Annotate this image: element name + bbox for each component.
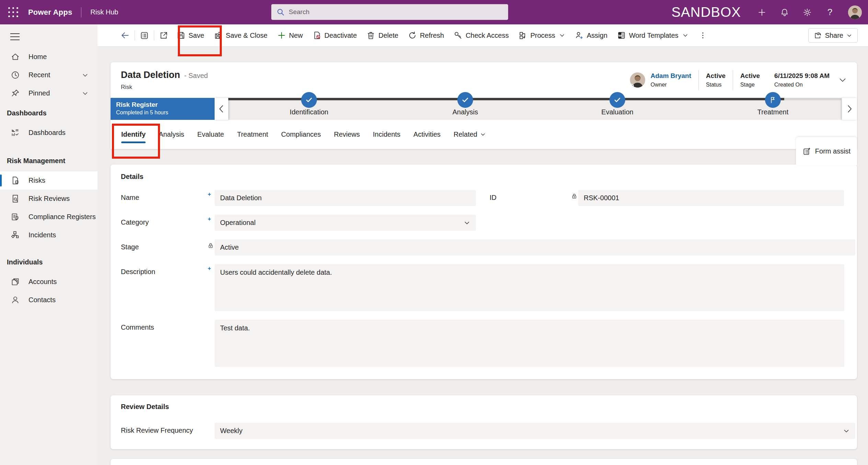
details-section-card: Details Name + Data Deletion ID RSK-0000… [111,165,857,379]
id-field-label: ID [490,190,571,202]
document-search-icon [11,194,20,203]
assign-button[interactable]: Assign [570,28,612,43]
record-title: Data Deletion [121,70,180,80]
refresh-button[interactable]: Refresh [403,28,449,43]
trash-icon [366,31,375,40]
chevron-down-icon [464,219,470,226]
sidebar-item-dashboards[interactable]: Dashboards [0,124,98,142]
save-and-close-button[interactable]: Save & Close [209,28,272,43]
chevron-down-icon[interactable] [82,72,89,79]
id-field-input[interactable]: RSK-00001 [578,190,844,206]
chevron-down-icon [682,32,688,38]
divider [135,30,135,41]
tab-incidents[interactable]: Incidents [366,120,407,149]
bpf-stage-label[interactable]: Identification [290,108,328,116]
tab-evaluate[interactable]: Evaluate [191,120,231,149]
tab-identify[interactable]: Identify [115,120,152,149]
tab-related[interactable]: Related [447,120,492,149]
bpf-next-chevron-right[interactable] [842,98,857,120]
main-region: Save Save & Close New Deactivate Delete [98,24,868,465]
sidebar-item-home[interactable]: Home [0,48,98,66]
sidebar-item-recent[interactable]: Recent [0,66,98,84]
status-value: Active [706,72,726,80]
deactivate-button[interactable]: Deactivate [308,28,362,43]
created-on-label: Created On [774,82,830,88]
check-access-button[interactable]: Check Access [449,28,514,43]
process-button[interactable]: Process [514,28,570,43]
tab-treatment[interactable]: Treatment [230,120,274,149]
settings-gear-icon[interactable] [803,8,812,17]
description-field-label: Description [121,264,208,276]
hamburger-menu-icon[interactable] [10,33,98,40]
svg-text:W: W [618,34,622,37]
new-button[interactable]: New [272,28,308,43]
sidebar-item-risks[interactable]: Risks [0,171,98,190]
description-field-textarea[interactable]: Users could accidentally delete data. [215,264,844,311]
clipboard-shield-icon [11,212,20,222]
delete-button[interactable]: Delete [362,28,403,43]
stage-field-input[interactable]: Active [215,239,855,256]
sidebar-item-compliance-registers[interactable]: Compliance Registers [0,208,98,226]
tab-activities[interactable]: Activities [407,120,447,149]
form-tabs: Identify Analysis Evaluate Treatment Com… [111,120,857,149]
bpf-active-stage-box[interactable]: Risk Register Completed in 5 hours [111,98,215,120]
bpf-stage-label[interactable]: Treatment [757,108,788,116]
share-button[interactable]: Share [808,28,858,43]
chevron-down-icon[interactable] [82,90,89,97]
open-in-new-window-button[interactable] [156,28,172,43]
tab-reviews[interactable]: Reviews [327,120,366,149]
business-process-flow: Risk Register Completed in 5 hours Ident… [111,98,857,120]
bpf-stage-label[interactable]: Analysis [453,108,478,116]
word-templates-button[interactable]: W Word Templates [612,28,693,43]
user-avatar[interactable] [848,5,862,19]
add-icon[interactable] [757,8,766,17]
comments-field-textarea[interactable]: Test data. [215,320,844,367]
form-assist-button[interactable]: Form assist [796,137,857,165]
search-input[interactable] [289,8,481,16]
save-status: - Saved [184,72,208,80]
stage-field-label: Stage [121,239,208,251]
key-icon [454,31,462,40]
bpf-stage-treatment[interactable] [765,92,781,108]
tab-compliances[interactable]: Compliances [275,120,328,149]
bpf-stage-evaluation[interactable] [609,92,625,108]
top-app-bar: Power Apps Risk Hub SANDBOX ? [0,0,868,24]
sidebar-item-risk-reviews[interactable]: Risk Reviews [0,190,98,208]
bpf-collapse-chevron-left[interactable] [215,98,228,120]
sidebar-item-incidents[interactable]: Incidents [0,226,98,244]
bpf-remaining-line [784,98,841,100]
assign-person-icon [575,31,584,40]
save-close-icon [214,31,223,40]
sidebar-item-pinned[interactable]: Pinned [0,84,98,102]
bpf-stage-label[interactable]: Evaluation [601,108,633,116]
bpf-stage-identification[interactable] [301,92,317,108]
global-search[interactable] [271,4,508,20]
tab-analysis[interactable]: Analysis [152,120,191,149]
sidebar-item-contacts[interactable]: Contacts [0,291,98,309]
risk-review-frequency-select[interactable]: Weekly [215,423,855,439]
back-button[interactable] [117,28,133,43]
category-field-select[interactable]: Operational [215,215,476,231]
bpf-stage-analysis[interactable] [457,92,473,108]
review-details-heading: Review Details [121,403,857,411]
chevron-down-icon [843,428,850,434]
name-field-input[interactable]: Data Deletion [215,190,476,206]
help-icon[interactable]: ? [825,8,834,17]
divider [698,70,699,90]
app-area-name[interactable]: Risk Hub [90,8,118,16]
more-commands-button[interactable] [693,28,712,43]
owner-avatar[interactable] [630,72,645,88]
deactivate-icon [312,31,321,40]
required-marker: + [208,190,215,197]
sidebar-group-risk-management: Risk Management [0,154,98,167]
tab-navigator-button[interactable] [136,28,152,43]
header-chevron-down-icon[interactable] [838,76,847,84]
process-flow-icon [518,31,527,40]
waffle-menu-icon[interactable] [8,7,19,18]
sidebar-item-accounts[interactable]: Accounts [0,273,98,291]
stage-label: Stage [740,82,760,88]
notifications-bell-icon[interactable] [780,8,789,17]
presence-indicator [630,84,634,88]
owner-link[interactable]: Adam Bryant [651,72,691,80]
save-button[interactable]: Save [172,28,209,43]
